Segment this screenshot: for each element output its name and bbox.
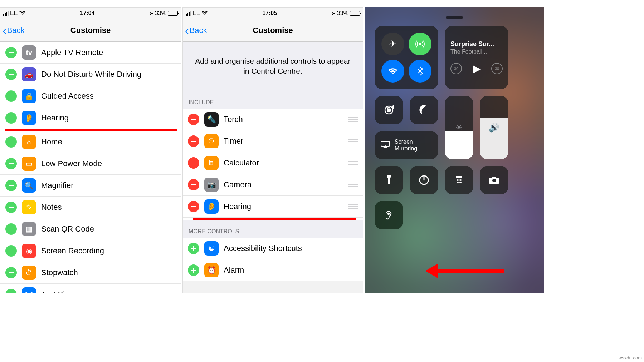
row-label: Home bbox=[41, 137, 176, 147]
cellular-data-button[interactable] bbox=[409, 33, 431, 55]
row-label: Scan QR Code bbox=[41, 224, 176, 234]
orientation-lock-button[interactable] bbox=[375, 96, 403, 124]
camera-button[interactable] bbox=[480, 166, 508, 194]
remove-button[interactable] bbox=[188, 114, 199, 125]
watermark: wsxdn.com bbox=[619, 355, 642, 361]
list-row-textsize[interactable]: AAText Size bbox=[0, 284, 181, 293]
add-button[interactable] bbox=[5, 158, 17, 169]
list-row-torch[interactable]: 🔦Torch bbox=[183, 109, 363, 130]
connectivity-tile[interactable]: ✈ bbox=[375, 26, 438, 89]
add-button[interactable] bbox=[5, 47, 17, 58]
add-button[interactable] bbox=[5, 90, 17, 102]
back-button[interactable]: ‹ Back bbox=[3, 26, 25, 35]
screen-mirroring-label: ScreenMirroring bbox=[395, 138, 417, 152]
list-row-screenrec[interactable]: ◉Screen Recording bbox=[0, 240, 181, 262]
screenshot-2-customise-include: EE 17:05 ➤ 33% ‹ Back Customise Add and … bbox=[182, 7, 363, 293]
screenshot-3-control-center: ✈ Surprise Sur... The Football... 30 bbox=[365, 7, 544, 293]
location-icon: ➤ bbox=[331, 10, 336, 16]
calculator-button[interactable] bbox=[445, 166, 473, 194]
wifi-button[interactable] bbox=[381, 60, 404, 83]
annotation-arrow bbox=[425, 264, 504, 278]
row-label: Notes bbox=[41, 203, 176, 212]
add-button[interactable] bbox=[5, 112, 17, 124]
add-button[interactable] bbox=[5, 69, 17, 80]
add-button[interactable] bbox=[188, 264, 199, 276]
torch-button[interactable] bbox=[375, 166, 403, 194]
svg-point-0 bbox=[419, 43, 421, 45]
lowpower-icon: ▭ bbox=[22, 157, 36, 171]
add-button[interactable] bbox=[5, 245, 17, 257]
row-label: Calculator bbox=[224, 158, 348, 168]
add-button[interactable] bbox=[5, 136, 17, 148]
list-row-stopwatch[interactable]: ⏱Stopwatch bbox=[0, 262, 181, 284]
list-row-home[interactable]: ⌂Home bbox=[0, 131, 181, 153]
add-button[interactable] bbox=[5, 202, 17, 213]
list-row-appletv[interactable]: tvApple TV Remote bbox=[0, 42, 181, 64]
list-row-timer[interactable]: ⏲Timer bbox=[183, 130, 363, 152]
list-row-notes[interactable]: ✎Notes bbox=[0, 197, 181, 218]
list-row-hearing[interactable]: 👂Hearing bbox=[0, 107, 181, 129]
page-title: Customise bbox=[70, 26, 111, 35]
airplane-mode-button[interactable]: ✈ bbox=[381, 33, 404, 55]
add-button[interactable] bbox=[5, 267, 17, 278]
media-title: Surprise Sur... bbox=[450, 40, 494, 48]
access-icon: ☯ bbox=[204, 241, 219, 256]
screenshot-1-customise-more: EE 17:04 ➤ 33% ‹ Back Customise tvApple … bbox=[0, 7, 181, 293]
row-label: Apple TV Remote bbox=[41, 48, 176, 57]
appletv-icon: tv bbox=[22, 45, 36, 60]
calc-icon: 🖩 bbox=[204, 156, 219, 170]
svg-rect-4 bbox=[388, 182, 390, 184]
list-row-guided[interactable]: 🔒Guided Access bbox=[0, 85, 181, 107]
list-row-magnifier[interactable]: 🔍Magnifier bbox=[0, 175, 181, 197]
stopwatch-icon: ⏱ bbox=[22, 266, 36, 280]
drag-handle-icon[interactable] bbox=[348, 204, 358, 209]
hearing-button[interactable] bbox=[375, 201, 403, 229]
remove-button[interactable] bbox=[188, 179, 199, 190]
do-not-disturb-button[interactable] bbox=[410, 96, 438, 124]
drag-handle-icon[interactable] bbox=[348, 183, 358, 187]
list-row-hearing[interactable]: 👂Hearing bbox=[183, 196, 363, 218]
list-row-qr[interactable]: ▦Scan QR Code bbox=[0, 218, 181, 240]
drag-handle-icon[interactable] bbox=[348, 139, 358, 143]
brightness-slider[interactable]: ☀ bbox=[445, 96, 473, 159]
status-bar: EE 17:04 ➤ 33% bbox=[0, 8, 181, 19]
row-label: Alarm bbox=[224, 266, 358, 275]
timer-button[interactable] bbox=[410, 166, 438, 194]
list-row-camera[interactable]: 📷Camera bbox=[183, 174, 363, 196]
play-button[interactable]: ▶ bbox=[473, 62, 481, 75]
skip-forward-button[interactable]: 30 bbox=[491, 63, 503, 74]
list-row-lowpower[interactable]: ▭Low Power Mode bbox=[0, 153, 181, 175]
add-button[interactable] bbox=[5, 289, 17, 293]
bluetooth-button[interactable] bbox=[409, 60, 431, 83]
remove-button[interactable] bbox=[188, 157, 199, 169]
magnifier-icon: 🔍 bbox=[22, 178, 36, 193]
list-row-alarm[interactable]: ⏰Alarm bbox=[183, 259, 363, 281]
row-label: Timer bbox=[224, 137, 348, 146]
drag-handle-icon[interactable] bbox=[348, 161, 358, 165]
back-button[interactable]: ‹ Back bbox=[185, 26, 207, 35]
location-icon: ➤ bbox=[149, 10, 153, 16]
timer-icon: ⏲ bbox=[204, 134, 219, 148]
row-label: Text Size bbox=[41, 290, 176, 293]
list-row-calc[interactable]: 🖩Calculator bbox=[183, 152, 363, 174]
drag-handle-icon[interactable] bbox=[348, 117, 358, 122]
skip-back-button[interactable]: 30 bbox=[450, 63, 462, 74]
remove-button[interactable] bbox=[188, 135, 199, 147]
volume-slider[interactable]: 🔊 bbox=[480, 96, 508, 159]
grabber-icon[interactable] bbox=[446, 16, 463, 19]
list-row-access[interactable]: ☯Accessibility Shortcuts bbox=[183, 238, 363, 259]
svg-point-15 bbox=[388, 213, 389, 214]
screenrec-icon: ◉ bbox=[22, 244, 36, 258]
battery-icon bbox=[168, 11, 178, 16]
remove-button[interactable] bbox=[188, 201, 199, 212]
add-button[interactable] bbox=[188, 243, 199, 254]
row-label: Hearing bbox=[224, 202, 348, 211]
info-text: Add and organise additional controls to … bbox=[183, 42, 363, 91]
list-row-dnd[interactable]: 🚗Do Not Disturb While Driving bbox=[0, 64, 181, 85]
dnd-icon: 🚗 bbox=[22, 67, 36, 81]
add-button[interactable] bbox=[5, 223, 17, 235]
add-button[interactable] bbox=[5, 180, 17, 191]
screen-mirroring-button[interactable]: ScreenMirroring bbox=[375, 131, 438, 159]
media-tile[interactable]: Surprise Sur... The Football... 30 ▶ 30 bbox=[445, 26, 508, 89]
media-subtitle: The Football... bbox=[450, 49, 494, 55]
